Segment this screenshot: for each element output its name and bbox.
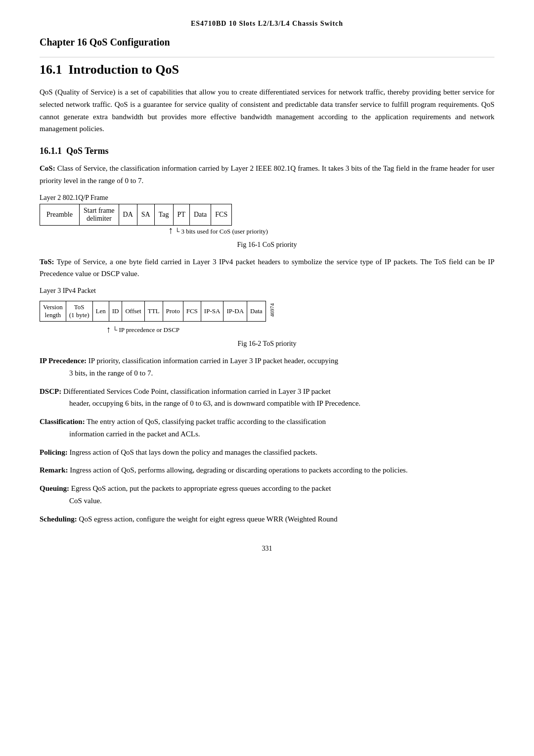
- layer3-table-wrapper: Versionlength ToS(1 byte) Len ID Offset …: [40, 299, 266, 322]
- cos-annotation-text: └ 3 bits used for CoS (user priority): [175, 228, 268, 236]
- frame-cell-preamble: Preamble: [40, 204, 80, 225]
- ipv4-cell-len: Len: [92, 301, 109, 322]
- term-policing: Policing: Ingress action of QoS that lay…: [40, 446, 494, 459]
- ipv4-cell-version: Versionlength: [40, 301, 66, 322]
- term-policing-text: Ingress action of QoS that lays down the…: [69, 448, 317, 456]
- chapter-divider: [40, 57, 494, 57]
- layer3-packet-table: Versionlength ToS(1 byte) Len ID Offset …: [40, 301, 266, 322]
- frame-cell-fcs: FCS: [211, 204, 232, 225]
- document-header: ES4710BD 10 Slots L2/L3/L4 Chassis Switc…: [40, 20, 494, 28]
- cos-text: Class of Service, the classification inf…: [40, 164, 494, 185]
- term-remark-text: Ingress action of QoS, performs allowing…: [70, 466, 407, 474]
- frame-cell-data: Data: [189, 204, 211, 225]
- term-policing-label: Policing:: [40, 448, 68, 456]
- term-classification-indent: information carried in the packet and AC…: [69, 428, 494, 440]
- fig2-caption: Fig 16-2 ToS priority: [40, 340, 494, 348]
- term-dscp: DSCP: Differentiated Services Code Point…: [40, 385, 494, 410]
- frame-cell-pt: PT: [173, 204, 189, 225]
- ipv4-cell-offset: Offset: [122, 301, 144, 322]
- ipv4-cell-ttl: TTL: [144, 301, 163, 322]
- frame-cell-da: DA: [119, 204, 137, 225]
- term-classification: Classification: The entry action of QoS,…: [40, 416, 494, 440]
- term-dscp-indent: header, occupying 6 bits, in the range o…: [69, 397, 494, 410]
- section-heading: 16.1 Introduction to QoS: [40, 62, 494, 77]
- tos-term: ToS:: [40, 258, 54, 266]
- term-queuing-indent: CoS value.: [69, 495, 494, 507]
- cos-term: CoS:: [40, 164, 55, 172]
- frame-cell-sa: SA: [137, 204, 154, 225]
- term-scheduling-text: QoS egress action, configure the weight …: [79, 515, 338, 523]
- ipv4-cell-proto: Proto: [163, 301, 183, 322]
- tos-paragraph: ToS: Type of Service, a one byte field c…: [40, 256, 494, 281]
- page-number: 331: [40, 545, 494, 553]
- tos-text: Type of Service, a one byte field carrie…: [40, 258, 494, 278]
- chapter-heading: Chapter 16 QoS Configuration: [40, 37, 494, 48]
- ipv4-side-label: 46974: [267, 299, 277, 322]
- cos-annotation-row: ↑ └ 3 bits used for CoS (user priority): [40, 227, 494, 236]
- ipv4-cell-data: Data: [247, 301, 266, 322]
- ipv4-cell-tos: ToS(1 byte): [66, 301, 92, 322]
- subsection-number: 16.1.1: [40, 146, 62, 156]
- frame-cell-sfd: Start framedelimiter: [80, 204, 119, 225]
- tos-arrow-icon: ↑: [106, 325, 111, 335]
- term-dscp-text: Differentiated Services Code Point, clas…: [63, 387, 331, 395]
- cos-paragraph: CoS: Class of Service, the classificatio…: [40, 162, 494, 187]
- term-classification-label: Classification:: [40, 418, 85, 425]
- term-ip-precedence-label: IP Precedence:: [40, 357, 87, 365]
- layer3-label: Layer 3 IPv4 Packet: [40, 287, 494, 295]
- tos-annotation-row: ↑ └ IP precedence or DSCP: [40, 325, 494, 335]
- term-scheduling: Scheduling: QoS egress action, configure…: [40, 513, 494, 525]
- layer2-label: Layer 2 802.1Q/P Frame: [40, 194, 494, 202]
- ipv4-cell-fcs: FCS: [183, 301, 201, 322]
- term-dscp-label: DSCP:: [40, 387, 61, 395]
- section-number: 16.1: [40, 62, 62, 77]
- term-ip-precedence: IP Precedence: IP priority, classificati…: [40, 355, 494, 379]
- term-ip-precedence-indent: 3 bits, in the range of 0 to 7.: [69, 367, 494, 379]
- term-queuing-label: Queuing:: [40, 484, 69, 492]
- cos-arrow-icon: ↑: [168, 225, 173, 236]
- term-queuing-text: Egress QoS action, put the packets to ap…: [71, 484, 331, 492]
- term-ip-precedence-text: IP priority, classification information …: [89, 357, 338, 365]
- ipv4-cell-ipda: IP-DA: [223, 301, 247, 322]
- ipv4-cell-id: ID: [109, 301, 122, 322]
- fig1-caption: Fig 16-1 CoS priority: [40, 241, 494, 249]
- term-queuing: Queuing: Egress QoS action, put the pack…: [40, 482, 494, 507]
- term-remark: Remark: Ingress action of QoS, performs …: [40, 464, 494, 476]
- subsection-title: QoS Terms: [66, 146, 109, 156]
- ipv4-side-number: 46974: [269, 303, 275, 317]
- ipv4-cell-ipsa: IP-SA: [201, 301, 223, 322]
- section-title: Introduction to QoS: [69, 62, 179, 77]
- frame-cell-tag: Tag: [154, 204, 173, 225]
- subsection-heading: 16.1.1 QoS Terms: [40, 146, 494, 156]
- intro-paragraph: QoS (Quality of Service) is a set of cap…: [40, 86, 494, 135]
- term-scheduling-label: Scheduling:: [40, 515, 77, 523]
- layer2-frame-table: Preamble Start framedelimiter DA SA Tag …: [40, 204, 232, 226]
- term-classification-text: The entry action of QoS, classifying pac…: [87, 418, 326, 425]
- term-remark-label: Remark:: [40, 466, 68, 474]
- tos-annotation-text: └ IP precedence or DSCP: [113, 326, 179, 334]
